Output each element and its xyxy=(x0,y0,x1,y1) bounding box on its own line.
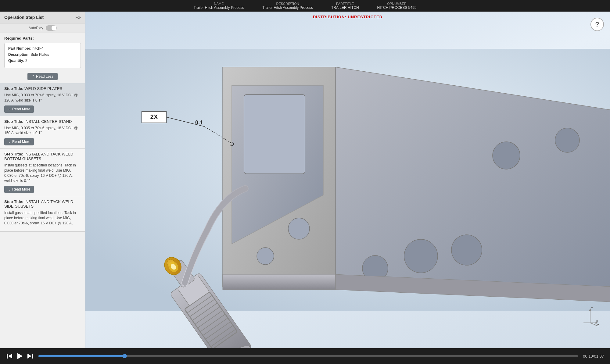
step-title-1: Step Title: WELD SIDE PLATES xyxy=(4,86,81,91)
step-title-2: Step Title: INSTALL CENTER STAND xyxy=(4,119,81,124)
svg-rect-3 xyxy=(244,95,305,174)
required-parts-section: Required Parts: Part Number: hitch-4 Des… xyxy=(0,33,85,71)
header-desc-value: Trailer Hitch Assembly Process xyxy=(262,5,313,10)
step-card-3: Step Title: INSTALL AND TACK WELD BOTTOM… xyxy=(0,149,85,196)
play-icon xyxy=(16,352,24,360)
skip-to-start-button[interactable] xyxy=(6,353,13,359)
play-button[interactable] xyxy=(16,352,24,360)
part-number-field: Part Number: hitch-4 xyxy=(8,46,77,51)
x-axis-label: X xyxy=(596,319,598,323)
read-less-button[interactable]: ⌃ Read Less xyxy=(27,73,58,80)
read-less-label: Read Less xyxy=(36,74,53,79)
part-quantity-value: 2 xyxy=(25,59,27,63)
sidebar-title: Operation Step List xyxy=(4,15,44,20)
step-desc-2: Use MIG, 0.035 er 70s-6, spray, 18 V DC+… xyxy=(4,126,81,136)
svg-text:0.1: 0.1 xyxy=(195,120,203,126)
header-opnumber-value: HITCH PROCESS 5495 xyxy=(377,5,417,10)
skip-end-icon xyxy=(27,353,34,359)
step-title-4: Step Title: INSTALL AND TACK WELD SIDE G… xyxy=(4,199,81,209)
part-number-label: Part Number: xyxy=(8,46,31,51)
step-desc-3: Install gussets at specified locations. … xyxy=(4,163,81,183)
part-description-field: Description: Side Plates xyxy=(8,52,77,57)
progress-thumb xyxy=(123,354,127,358)
skip-to-end-button[interactable] xyxy=(27,353,34,359)
y-axis-label: Y xyxy=(591,306,593,309)
step-title-value-1: WELD SIDE PLATES xyxy=(24,86,62,91)
svg-marker-12 xyxy=(223,274,336,290)
chevron-down-icon-3: ⌄ xyxy=(8,187,11,191)
progress-fill xyxy=(38,355,125,357)
part-number-value: hitch-4 xyxy=(32,46,43,51)
expand-icon[interactable]: »» xyxy=(75,15,81,20)
step-title-3: Step Title: INSTALL AND TACK WELD BOTTOM… xyxy=(4,152,81,161)
skip-start-icon xyxy=(6,353,13,359)
axes-indicator: Y X Z xyxy=(580,305,601,327)
svg-rect-45 xyxy=(7,354,8,359)
autoplay-toggle[interactable] xyxy=(46,25,57,31)
play-controls xyxy=(6,352,34,360)
read-more-label-1: Read More xyxy=(12,107,30,111)
svg-marker-47 xyxy=(17,353,23,359)
required-parts-title: Required Parts: xyxy=(4,36,81,41)
header-desc-label: Description xyxy=(276,2,299,5)
part-quantity-field: Quantity: 2 xyxy=(8,59,77,63)
step-card-4: Step Title: INSTALL AND TACK WELD SIDE G… xyxy=(0,196,85,231)
step-title-label-4: Step Title: xyxy=(4,199,23,204)
chevron-up-icon: ⌃ xyxy=(32,74,35,79)
read-more-button-1[interactable]: ⌄ Read More xyxy=(4,105,34,113)
step-desc-4: Install gussets at specified locations. … xyxy=(4,210,81,226)
autoplay-label: AutoPlay xyxy=(28,26,43,30)
header-parttitle-value: TRAILER HITCH xyxy=(331,5,359,10)
header-parttitle-field: PARTTITLE TRAILER HITCH xyxy=(331,2,359,10)
step-title-label-2: Step Title: xyxy=(4,119,23,124)
step-desc-1: Use MIG, 0.030 er 70s-6, spray, 16 V DC+… xyxy=(4,93,81,103)
step-title-label-3: Step Title: xyxy=(4,152,23,156)
svg-point-4 xyxy=(288,218,310,239)
step-title-value-2: INSTALL CENTER STAND xyxy=(24,119,72,124)
svg-point-11 xyxy=(555,128,580,152)
svg-point-8 xyxy=(451,235,482,265)
part-description-label: Description: xyxy=(8,52,30,57)
viewport: DISTRIBUTION: UNRESTRICTED ? xyxy=(85,12,610,348)
toggle-knob xyxy=(52,26,56,30)
svg-marker-46 xyxy=(8,354,12,359)
read-more-button-3[interactable]: ⌄ Read More xyxy=(4,186,34,193)
sidebar: Operation Step List »» AutoPlay Required… xyxy=(0,12,85,348)
main-content: Operation Step List »» AutoPlay Required… xyxy=(0,12,610,348)
playback-bar: 00:10/01:07 xyxy=(0,348,610,364)
read-more-label-2: Read More xyxy=(12,140,30,144)
svg-rect-48 xyxy=(32,354,33,359)
time-display: 00:10/01:07 xyxy=(583,354,604,359)
header-name-field: Name Trailer Hitch Assembly Process xyxy=(194,2,244,10)
step-card-1: Step Title: WELD SIDE PLATES Use MIG, 0.… xyxy=(0,83,85,116)
model-svg: 2X 0.1 xyxy=(85,12,610,348)
chevron-down-icon-2: ⌄ xyxy=(8,140,11,144)
read-more-label-3: Read More xyxy=(12,187,30,191)
chevron-down-icon-1: ⌄ xyxy=(8,107,11,111)
header-name-label: Name xyxy=(214,2,224,5)
autoplay-row: AutoPlay xyxy=(0,23,85,33)
header-desc-field: Description Trailer Hitch Assembly Proce… xyxy=(262,2,313,10)
svg-point-5 xyxy=(257,248,274,265)
read-more-button-2[interactable]: ⌄ Read More xyxy=(4,138,34,145)
header-parttitle-label: PARTTITLE xyxy=(336,2,354,5)
svg-point-7 xyxy=(404,239,438,273)
svg-marker-49 xyxy=(27,354,31,359)
step-title-label-1: Step Title: xyxy=(4,86,23,91)
step-card-2: Step Title: INSTALL CENTER STAND Use MIG… xyxy=(0,116,85,149)
progress-bar[interactable] xyxy=(38,355,578,357)
svg-text:2X: 2X xyxy=(150,113,158,120)
svg-point-10 xyxy=(493,142,520,169)
header-opnumber-field: OPNUMBER HITCH PROCESS 5495 xyxy=(377,2,417,10)
header-opnumber-label: OPNUMBER xyxy=(387,2,407,5)
z-axis-label: Z xyxy=(597,323,599,327)
part-description-value: Side Plates xyxy=(30,52,49,57)
part-quantity-label: Quantity: xyxy=(8,59,24,63)
parts-box: Part Number: hitch-4 Description: Side P… xyxy=(4,43,81,68)
sidebar-header: Operation Step List »» xyxy=(0,12,85,23)
top-header: Name Trailer Hitch Assembly Process Desc… xyxy=(0,0,610,12)
header-name-value: Trailer Hitch Assembly Process xyxy=(194,5,244,10)
